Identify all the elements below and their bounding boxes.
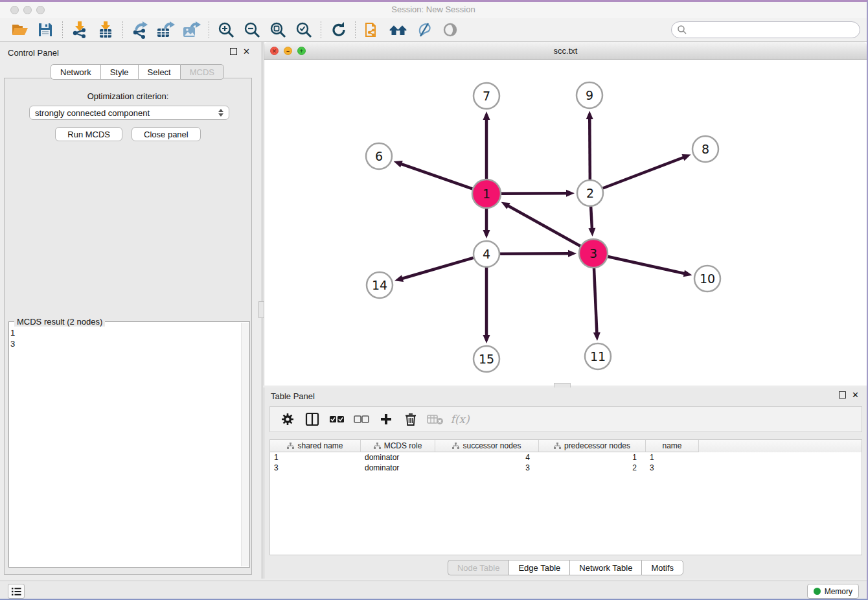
control-tab-mcds[interactable]: MCDS xyxy=(180,64,224,80)
search-icon xyxy=(677,25,687,35)
save-session-button[interactable] xyxy=(32,20,58,40)
column-header-successor-nodes[interactable]: successor nodes xyxy=(435,440,539,452)
table-tabs: Node TableEdge TableNetwork TableMotifs xyxy=(264,560,867,575)
table-tab-motifs[interactable]: Motifs xyxy=(641,560,683,575)
delete-table-button[interactable] xyxy=(424,410,446,429)
edge-arrowhead xyxy=(683,270,692,277)
deselect-all-rows-button[interactable] xyxy=(350,410,372,429)
edge-1-6[interactable] xyxy=(400,164,472,189)
edge-3-1[interactable] xyxy=(507,205,580,246)
table-settings-button[interactable] xyxy=(277,410,299,429)
table-cell: 1 xyxy=(270,452,361,463)
show-hide-graphics-details-button[interactable] xyxy=(437,20,463,40)
show-all-networks-button[interactable] xyxy=(385,20,411,40)
add-column-button[interactable] xyxy=(375,410,397,429)
network-graph[interactable]: 7968124314101511 xyxy=(264,60,867,386)
node-table[interactable]: shared nameMCDS rolesuccessor nodesprede… xyxy=(269,439,862,555)
graph-node-label: 11 xyxy=(590,349,606,363)
float-panel-icon[interactable] xyxy=(230,48,237,55)
edge-arrowhead xyxy=(394,161,403,167)
copy-network-icon xyxy=(364,21,381,39)
result-scrollbar[interactable] xyxy=(241,323,249,566)
control-tab-network[interactable]: Network xyxy=(51,64,100,80)
mcds-result-list: 13 xyxy=(10,327,242,566)
export-table-button[interactable] xyxy=(153,20,179,40)
edge-3-11[interactable] xyxy=(594,268,597,334)
gear-icon xyxy=(280,412,295,426)
delete-table-icon xyxy=(427,413,444,425)
table-cell: dominator xyxy=(361,463,435,473)
open-session-button[interactable] xyxy=(6,20,32,40)
checked-boxes-icon xyxy=(329,415,345,424)
network-list-button[interactable] xyxy=(8,584,25,599)
edge-1-2[interactable] xyxy=(501,193,567,194)
column-header-shared-name[interactable]: shared name xyxy=(270,440,361,452)
import-table-button[interactable] xyxy=(93,20,119,40)
edge-arrowhead xyxy=(483,230,490,238)
edge-arrowhead xyxy=(394,275,404,282)
zoom-out-icon xyxy=(244,21,260,38)
search-input[interactable] xyxy=(687,25,854,36)
search-box[interactable] xyxy=(671,21,860,38)
column-header-name[interactable]: name xyxy=(646,440,699,452)
float-table-panel-icon[interactable] xyxy=(839,391,846,398)
edge-4-3[interactable] xyxy=(500,253,569,254)
result-line: 1 xyxy=(10,327,242,338)
select-all-rows-button[interactable] xyxy=(326,410,348,429)
control-tab-style[interactable]: Style xyxy=(100,64,138,80)
close-table-panel-icon[interactable]: ✕ xyxy=(852,391,859,398)
graph-node-label: 14 xyxy=(372,278,387,292)
memory-label: Memory xyxy=(825,587,852,596)
column-header-MCDS-role[interactable]: MCDS role xyxy=(361,440,435,452)
close-panel-icon[interactable]: ✕ xyxy=(243,48,250,55)
import-table-icon xyxy=(97,21,114,39)
table-row[interactable]: 3dominator323 xyxy=(270,463,862,473)
network-canvas[interactable]: 7968124314101511 xyxy=(264,60,867,386)
apply-layout-button[interactable] xyxy=(325,20,351,40)
plus-icon xyxy=(380,413,393,426)
run-mcds-button[interactable]: Run MCDS xyxy=(55,127,122,141)
columns-icon xyxy=(305,412,319,426)
network-window-titlebar[interactable]: ✕ – + scc.txt xyxy=(264,42,867,60)
table-tab-edge-table[interactable]: Edge Table xyxy=(508,560,569,575)
control-tab-select[interactable]: Select xyxy=(138,64,180,80)
table-tab-network-table[interactable]: Network Table xyxy=(569,560,641,575)
list-icon xyxy=(11,587,21,596)
delete-column-button[interactable] xyxy=(400,410,422,429)
create-network-from-selection-button[interactable] xyxy=(360,20,385,40)
graph-node-label: 8 xyxy=(702,142,709,156)
memory-button[interactable]: Memory xyxy=(807,584,859,599)
zoom-in-button[interactable] xyxy=(213,20,239,40)
fx-icon: f(x) xyxy=(450,413,469,426)
edge-arrowhead xyxy=(681,154,691,161)
graph-node-label: 10 xyxy=(700,271,715,286)
refresh-icon xyxy=(330,21,347,38)
export-image-button[interactable] xyxy=(179,20,205,40)
graph-node-label: 6 xyxy=(375,149,383,163)
zoom-selected-icon xyxy=(295,21,312,38)
show-hide-style-button[interactable] xyxy=(411,20,437,40)
toggle-column-panel-button[interactable] xyxy=(301,410,323,429)
table-row[interactable]: 1dominator411 xyxy=(270,452,862,463)
zoom-selected-button[interactable] xyxy=(291,20,317,40)
edge-2-9[interactable] xyxy=(589,118,590,179)
zoom-fit-button[interactable] xyxy=(265,20,291,40)
edge-arrowhead xyxy=(566,190,575,197)
graph-node-label: 15 xyxy=(479,352,494,366)
table-tab-node-table[interactable]: Node Table xyxy=(448,560,509,575)
edge-2-3[interactable] xyxy=(591,207,592,229)
toolbar-separator xyxy=(209,21,209,38)
close-panel-button[interactable]: Close panel xyxy=(131,127,201,141)
edge-3-10[interactable] xyxy=(608,257,685,273)
column-header-label: MCDS role xyxy=(384,441,422,450)
edge-2-8[interactable] xyxy=(603,157,685,188)
import-network-button[interactable] xyxy=(67,20,93,40)
zoom-out-button[interactable] xyxy=(239,20,265,40)
zoom-in-icon xyxy=(218,21,234,38)
column-header-predecessor-nodes[interactable]: predecessor nodes xyxy=(539,440,646,452)
criterion-select[interactable]: strongly connected component xyxy=(29,106,229,120)
export-network-icon xyxy=(131,21,149,39)
export-network-button[interactable] xyxy=(127,20,153,40)
edge-4-14[interactable] xyxy=(402,258,474,279)
function-builder-button[interactable]: f(x) xyxy=(449,410,471,429)
